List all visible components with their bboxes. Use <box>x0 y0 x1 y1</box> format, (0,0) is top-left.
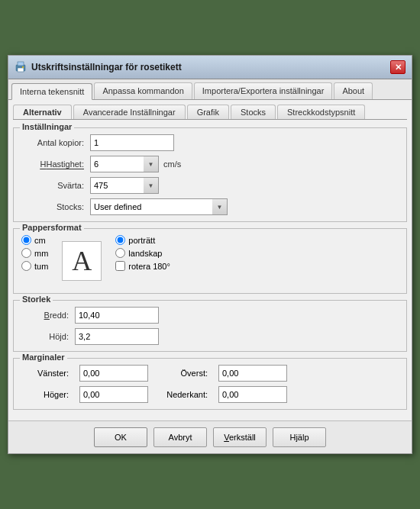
nederkant-input[interactable] <box>218 386 287 403</box>
stocks-input[interactable] <box>90 198 228 215</box>
storlek-section: Storlek Bredd: Höjd: <box>13 300 407 352</box>
close-button[interactable]: ✕ <box>390 60 405 74</box>
window-title: Utskriftsinställningar för rosetikett <box>31 62 182 72</box>
hastighet-input[interactable] <box>90 156 159 172</box>
radio-cm[interactable] <box>21 235 31 245</box>
hastighet-label: HHastighet: <box>21 159 90 169</box>
rotate-checkbox[interactable] <box>115 261 125 271</box>
bredd-row: Bredd: <box>21 307 399 324</box>
radio-mm-label: mm <box>34 249 48 258</box>
title-bar-left: Utskriftsinställningar för rosetikett <box>15 61 182 73</box>
vanster-label: Vänster: <box>21 369 75 378</box>
content-area: Alternativ Avancerade Inställningar Graf… <box>8 100 412 420</box>
hjalp-button[interactable]: Hjälp <box>273 427 326 447</box>
stocks-select-container: ▼ <box>90 198 228 215</box>
verkstall-button[interactable]: Verkställ <box>213 427 267 447</box>
antal-row: Antal kopior: <box>21 134 399 151</box>
printer-icon <box>15 61 27 73</box>
svg-point-3 <box>22 66 24 68</box>
sub-tab-alternativ[interactable]: Alternativ <box>13 105 72 119</box>
radio-portratt[interactable] <box>115 235 125 245</box>
antal-label: Antal kopior: <box>21 138 90 147</box>
radio-tum[interactable] <box>21 261 31 271</box>
svg-rect-2 <box>18 68 24 72</box>
paper-layout: cm mm tum A <box>21 235 399 287</box>
overst-label: Överst: <box>160 369 214 378</box>
verkstall-label-rest: erkställ <box>229 433 256 442</box>
paper-units: cm mm tum <box>21 235 48 271</box>
font-preview-area: A <box>56 235 108 287</box>
tab-anpassa[interactable]: Anpassa kommandon <box>94 82 192 99</box>
pappersformat-label: Pappersformat <box>20 223 84 232</box>
svarta-select-container: ▼ <box>90 177 159 194</box>
marginaler-label: Marginaler <box>20 353 67 362</box>
radio-mm-row: mm <box>21 248 48 258</box>
sub-tab-bar: Alternativ Avancerade Inställningar Graf… <box>13 105 407 120</box>
rotate-label: rotera 180° <box>128 262 170 271</box>
radio-tum-row: tum <box>21 261 48 271</box>
avbryt-button[interactable]: Avbryt <box>153 427 207 447</box>
font-preview-box: A <box>62 241 102 281</box>
nederkant-label: Nederkant: <box>160 390 214 399</box>
hojd-input[interactable] <box>75 328 159 345</box>
radio-mm[interactable] <box>21 248 31 258</box>
antal-input[interactable] <box>90 134 174 151</box>
main-window: Utskriftsinställningar för rosetikett ✕ … <box>8 55 412 454</box>
hojd-row: Höjd: <box>21 328 399 345</box>
hastighet-unit: cm/s <box>163 159 181 169</box>
tab-about[interactable]: About <box>334 82 373 99</box>
sub-tab-streckkodstyp[interactable]: Streckkodstypsnitt <box>277 105 365 119</box>
radio-landskap-label: landskap <box>128 249 162 258</box>
sub-tab-stocks[interactable]: Stocks <box>231 105 276 119</box>
radio-cm-label: cm <box>34 236 46 245</box>
tab-interna[interactable]: Interna tekensnitt <box>11 83 92 100</box>
bredd-label: Bredd: <box>21 311 75 320</box>
margin-row1: Vänster: Överst: <box>21 365 399 382</box>
radio-portratt-row: porträtt <box>115 235 170 245</box>
storlek-label: Storlek <box>20 295 53 304</box>
hoger-input[interactable] <box>79 386 148 403</box>
svg-rect-1 <box>18 62 24 66</box>
sub-tab-avancerade[interactable]: Avancerade Inställningar <box>73 105 186 119</box>
hastighet-select-container: ▼ <box>90 156 159 172</box>
margin-row2: Höger: Nederkant: <box>21 386 399 403</box>
tab-importera[interactable]: Importera/Exportera inställningar <box>194 82 333 99</box>
radio-landskap[interactable] <box>115 248 125 258</box>
hastighet-label-rest: Hastighet <box>46 159 81 169</box>
svarta-label: Svärta: <box>21 181 90 190</box>
hoger-label: Höger: <box>21 390 75 399</box>
bottom-bar: OK Avbryt Verkställ Hjälp <box>8 420 412 453</box>
hojd-label: Höjd: <box>21 332 75 341</box>
installningar-label: Inställningar <box>20 122 74 131</box>
sub-tab-grafik[interactable]: Grafik <box>187 105 229 119</box>
vanster-input[interactable] <box>79 365 148 382</box>
radio-landskap-row: landskap <box>115 248 170 258</box>
pappersformat-section: Pappersformat cm mm tum <box>13 228 407 294</box>
main-tab-bar: Interna tekensnitt Anpassa kommandon Imp… <box>8 79 412 100</box>
svarta-row: Svärta: ▼ <box>21 177 399 194</box>
paper-orientations: porträtt landskap rotera 180° <box>115 235 170 271</box>
svarta-input[interactable] <box>90 177 159 194</box>
stocks-row: Stocks: ▼ <box>21 198 399 215</box>
marginaler-section: Marginaler Vänster: Överst: Höger: Neder… <box>13 358 407 410</box>
radio-cm-row: cm <box>21 235 48 245</box>
radio-tum-label: tum <box>34 262 48 271</box>
bredd-input[interactable] <box>75 307 159 324</box>
radio-portratt-label: porträtt <box>128 236 155 245</box>
hastighet-row: HHastighet: ▼ cm/s <box>21 156 399 172</box>
rotate-row: rotera 180° <box>115 261 170 271</box>
title-bar: Utskriftsinställningar för rosetikett ✕ <box>8 56 412 79</box>
ok-button[interactable]: OK <box>94 427 147 447</box>
stocks-label: Stocks: <box>21 202 90 211</box>
overst-input[interactable] <box>218 365 287 382</box>
installningar-section: Inställningar Antal kopior: HHastighet: … <box>13 127 407 222</box>
